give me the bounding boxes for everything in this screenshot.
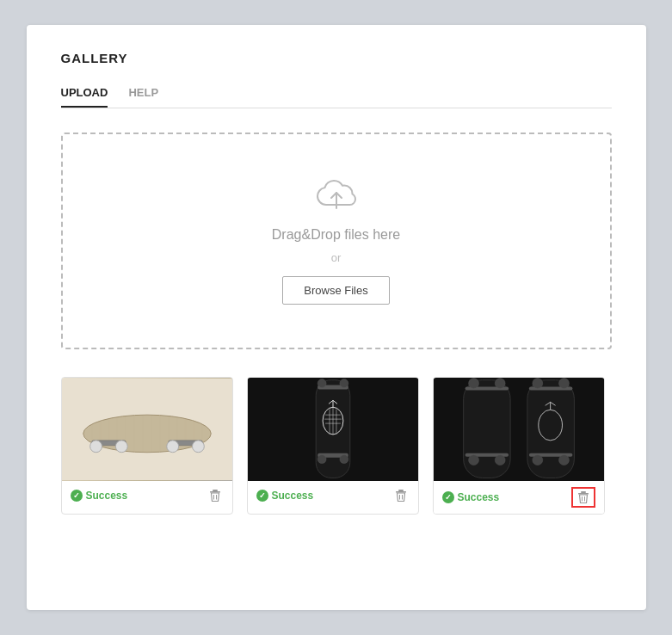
svg-point-51 — [558, 379, 569, 389]
svg-rect-11 — [213, 490, 218, 491]
drag-drop-text: Drag&Drop files here — [272, 227, 400, 243]
page-title: GALLERY — [61, 51, 612, 65]
status-badge-1: ✓ Success — [71, 490, 128, 502]
image-card-2: ✓ Success — [247, 377, 419, 515]
or-label: or — [331, 251, 342, 264]
svg-point-48 — [558, 455, 569, 465]
svg-point-47 — [532, 455, 542, 465]
check-icon-2: ✓ — [256, 490, 268, 502]
svg-point-9 — [192, 441, 204, 453]
check-icon-1: ✓ — [71, 490, 83, 502]
image-footer-2: ✓ Success — [248, 481, 418, 510]
svg-point-3 — [83, 415, 211, 453]
image-footer-3: ✓ Success — [434, 481, 604, 514]
svg-point-31 — [318, 379, 326, 388]
image-grid: ✓ Success — [61, 377, 612, 515]
svg-point-8 — [166, 441, 178, 453]
tab-help[interactable]: HELP — [128, 79, 158, 108]
svg-point-7 — [115, 441, 127, 453]
svg-rect-56 — [581, 491, 586, 493]
image-card-1: ✓ Success — [61, 377, 233, 515]
gallery-card: GALLERY UPLOAD HELP Drag&Drop files here… — [27, 25, 646, 610]
image-preview-3 — [434, 378, 604, 481]
delete-button-1[interactable] — [207, 487, 224, 504]
delete-button-3[interactable] — [571, 487, 595, 508]
image-footer-1: ✓ Success — [62, 481, 232, 510]
delete-button-2[interactable] — [392, 487, 410, 504]
dropzone[interactable]: Drag&Drop files here or Browse Files — [61, 133, 612, 349]
svg-point-29 — [339, 455, 348, 464]
status-badge-3: ✓ Success — [442, 491, 500, 503]
svg-rect-34 — [396, 491, 406, 493]
svg-point-28 — [318, 455, 326, 464]
tab-bar: UPLOAD HELP — [61, 79, 612, 108]
svg-point-41 — [468, 455, 478, 465]
svg-point-6 — [89, 441, 102, 453]
svg-point-45 — [495, 379, 505, 389]
svg-point-50 — [532, 379, 542, 389]
tab-upload[interactable]: UPLOAD — [61, 79, 108, 108]
svg-rect-33 — [398, 490, 404, 491]
svg-point-42 — [495, 455, 505, 465]
svg-rect-12 — [210, 491, 220, 493]
svg-rect-37 — [434, 379, 604, 481]
svg-rect-57 — [578, 493, 589, 495]
image-preview-2 — [248, 378, 418, 481]
image-card-3: ✓ Success — [433, 377, 605, 515]
image-preview-1 — [62, 378, 232, 481]
svg-point-32 — [339, 379, 348, 388]
browse-files-button[interactable]: Browse Files — [282, 276, 389, 305]
check-icon-3: ✓ — [442, 491, 454, 503]
status-badge-2: ✓ Success — [256, 490, 314, 502]
svg-point-44 — [468, 379, 478, 389]
cloud-upload-icon — [314, 177, 359, 215]
